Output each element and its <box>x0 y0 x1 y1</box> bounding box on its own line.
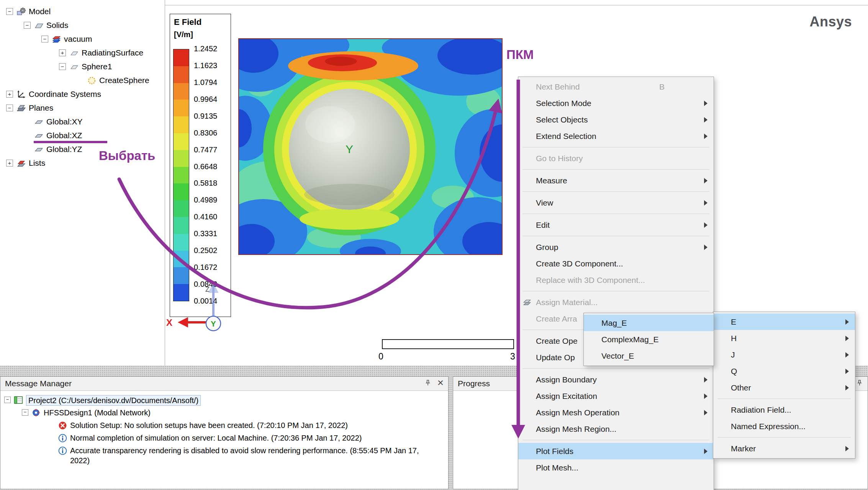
legend-color-band <box>174 167 189 184</box>
expand-toggle[interactable]: − <box>6 8 13 15</box>
tree-item-vacuum[interactable]: −vacuum <box>0 32 165 46</box>
menu-separator <box>522 147 709 147</box>
legend-color-band <box>174 251 189 268</box>
message-row[interactable]: Accurate transparency rendering is disab… <box>0 444 448 466</box>
tree-item-global-xy[interactable]: Global:XY <box>0 115 165 129</box>
legend-color-band <box>174 234 189 251</box>
menu-item-view[interactable]: View <box>518 194 714 211</box>
tree-item-planes[interactable]: −Planes <box>0 101 165 115</box>
menu-item-extend-selection[interactable]: Extend Selection <box>518 128 714 144</box>
project-row[interactable]: −Project2 (C:/Users/denisov.dv/Documents… <box>0 394 448 407</box>
tree-item-createsphere[interactable]: CreateSphere <box>0 74 165 87</box>
menu-item-label: Assign Material... <box>536 298 708 307</box>
tree-item-sphere1[interactable]: −Sphere1 <box>0 60 165 74</box>
pf-menu-item-j[interactable]: J <box>713 346 855 363</box>
message-row-label: Solution Setup: No solution setups have … <box>70 420 348 430</box>
menu-item-label: J <box>731 350 842 359</box>
design-row[interactable]: −HFSSDesign1 (Modal Network) <box>0 407 448 419</box>
pf-menu-item-named-expression[interactable]: Named Expression... <box>713 418 855 434</box>
legend-unit: [V/m] <box>174 30 193 39</box>
menu-item-go-to-history: Go to History <box>518 150 714 167</box>
tree-item-model[interactable]: −Model <box>0 5 165 18</box>
axes-icon <box>16 89 26 99</box>
message-row[interactable]: Solution Setup: No solution setups have … <box>0 419 448 432</box>
submenu-arrow-icon <box>704 410 708 415</box>
plot-y-axis-label: Y <box>346 143 353 155</box>
tree-item-global-xz[interactable]: Global:XZ <box>0 129 165 142</box>
error-icon <box>58 421 67 430</box>
expand-toggle[interactable]: − <box>41 36 48 42</box>
submenu-arrow-icon <box>704 101 708 106</box>
legend-color-band <box>174 49 189 66</box>
tree-item-coordinate-systems[interactable]: +Coordinate Systems <box>0 87 165 101</box>
e-menu-item-mag-e[interactable]: Mag_E <box>584 315 714 331</box>
expand-toggle[interactable]: − <box>22 409 28 416</box>
expand-toggle[interactable]: + <box>6 91 13 98</box>
menu-item-replace-with-3d-component: Replace with 3D Component... <box>518 272 714 288</box>
tree-item-radiatingsurface[interactable]: +RadiatingSurface <box>0 46 165 60</box>
message-row[interactable]: Normal completion of simulation on serve… <box>0 432 448 444</box>
legend-value: 1.0794 <box>194 78 217 87</box>
expand-toggle[interactable]: + <box>59 49 66 56</box>
expand-toggle[interactable]: − <box>24 22 31 29</box>
close-icon[interactable]: × <box>437 377 444 388</box>
menu-item-label: Assign Mesh Operation <box>536 408 701 417</box>
menu-separator <box>522 191 709 192</box>
axes-triad: Z X Y <box>161 268 245 337</box>
menu-item-assign-mesh-region[interactable]: Assign Mesh Region... <box>518 421 714 437</box>
pf-menu-item-other[interactable]: Other <box>713 379 855 396</box>
e-menu-item-vector-e[interactable]: Vector_E <box>584 348 714 364</box>
message-row-label: Accurate transparency rendering is disab… <box>70 446 434 466</box>
pin-icon[interactable] <box>856 379 863 388</box>
tree-item-global-yz[interactable]: Global:YZ <box>0 142 165 156</box>
project-icon <box>14 395 23 405</box>
submenu-arrow-icon <box>704 178 708 183</box>
menu-separator <box>522 368 709 369</box>
sheet-icon <box>69 48 79 58</box>
menu-item-measure[interactable]: Measure <box>518 172 714 189</box>
submenu-arrow-icon <box>845 385 849 390</box>
menu-item-group[interactable]: Group <box>518 239 714 255</box>
menu-item-label: View <box>536 198 701 207</box>
menu-item-plot-mesh[interactable]: Plot Mesh... <box>518 459 714 476</box>
menu-item-selection-mode[interactable]: Selection Mode <box>518 95 714 111</box>
legend-value: 1.1623 <box>194 61 217 70</box>
x-axis-label: X <box>166 317 172 328</box>
pin-icon[interactable] <box>424 379 431 388</box>
pf-menu-item-marker[interactable]: Marker <box>713 440 855 457</box>
menu-item-label: Plot Fields <box>536 447 701 456</box>
legend-color-band <box>174 83 189 100</box>
pf-menu-item-e[interactable]: E <box>713 314 855 330</box>
expand-toggle[interactable]: + <box>6 160 13 167</box>
model-icon <box>16 7 26 16</box>
legend-color-band <box>174 133 189 150</box>
legend-title: E Field <box>174 17 201 27</box>
e-menu-item-complexmag-e[interactable]: ComplexMag_E <box>584 331 714 348</box>
tree-item-lists[interactable]: +Lists <box>0 156 165 170</box>
menu-item-plot-fields[interactable]: Plot Fields <box>518 443 714 459</box>
menu-item-create-3d-component[interactable]: Create 3D Component... <box>518 255 714 272</box>
menu-item-assign-excitation[interactable]: Assign Excitation <box>518 388 714 404</box>
menu-item-label: Extend Selection <box>536 132 701 141</box>
expand-toggle[interactable]: − <box>4 397 11 403</box>
menu-item-label: Marker <box>731 444 842 453</box>
menu-item-assign-boundary[interactable]: Assign Boundary <box>518 371 714 388</box>
menu-item-edit[interactable]: Edit <box>518 217 714 233</box>
menu-item-label: Plot Mesh... <box>536 463 708 472</box>
expand-toggle[interactable]: − <box>6 105 13 111</box>
tree-item-label: CreateSphere <box>99 76 149 85</box>
tree-item-label: Lists <box>29 158 45 168</box>
menu-item-select-objects[interactable]: Select Objects <box>518 111 714 128</box>
pf-menu-item-q[interactable]: Q <box>713 363 855 379</box>
pf-menu-item-radiation-field[interactable]: Radiation Field... <box>713 402 855 418</box>
menu-item-assign-mesh-operation[interactable]: Assign Mesh Operation <box>518 404 714 421</box>
z-axis-label: Z <box>205 286 210 293</box>
message-row-label: Normal completion of simulation on serve… <box>70 433 362 443</box>
legend-value: 0.3331 <box>194 229 217 238</box>
pf-menu-item-h[interactable]: H <box>713 330 855 346</box>
expand-toggle[interactable]: − <box>59 63 66 70</box>
menu-item-label: Vector_E <box>601 351 708 361</box>
tree-item-label: Solids <box>46 21 68 30</box>
field-plot[interactable]: Y <box>238 38 503 255</box>
tree-item-solids[interactable]: −Solids <box>0 18 165 32</box>
